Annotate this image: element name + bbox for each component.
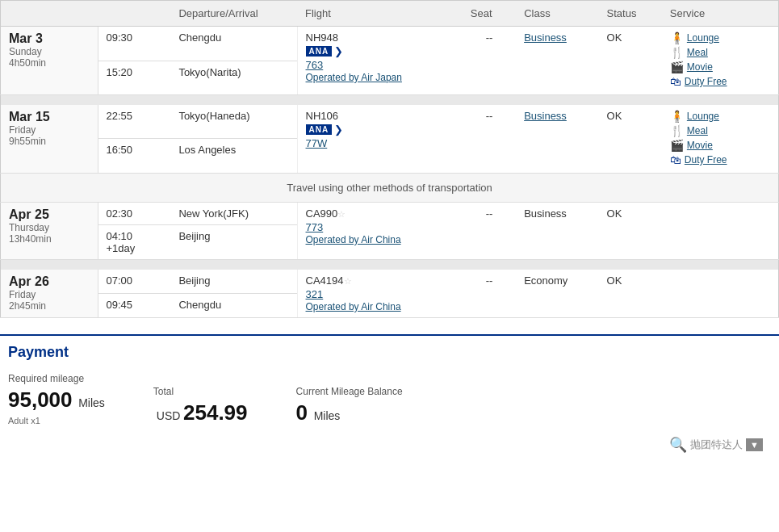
flight-number-top: NH106 [306,110,454,122]
arrival-city: Beijing [170,225,297,260]
arrival-time: 16:50 [98,139,170,174]
flight-info: CA990☆773Operated by Air China [297,203,463,260]
col-departure-arrival: Departure/Arrival [170,1,297,27]
status-info: OK [599,203,662,260]
service-icon-duty-free: 🛍 [670,75,681,88]
col-time [98,1,170,27]
watermark-text: 抛团特达人 [690,438,743,452]
seat-info: -- [463,270,516,318]
status-info: OK [599,27,662,95]
payment-title: Payment [8,344,779,361]
dropdown-arrow[interactable]: ▼ [746,438,763,451]
operated-by-link[interactable]: Operated by Air China [306,234,401,245]
watermark: 🔍 抛团特达人 ▼ [669,436,763,454]
date-duration: 13h40min [9,233,90,245]
date-main: Mar 3 [9,31,90,46]
table-row: Apr 26 Friday 2h45min 07:00BeijingCA4194… [1,270,779,293]
table-row: Apr 25 Thursday 13h40min 02:30New York(J… [1,203,779,225]
operated-by-link[interactable]: Operated by Air China [306,301,401,312]
class-info: Business [516,105,598,174]
operated-by-link[interactable]: Operated by Air Japan [306,72,402,83]
payment-row: Required mileage 95,000 Miles Adult x1 T… [8,373,779,425]
payment-wrapper: Payment Required mileage 95,000 Miles Ad… [0,334,779,458]
date-day: Thursday [9,222,90,233]
flight-number-top: CA4194☆ [306,274,454,287]
class-link[interactable]: Business [524,110,567,122]
date-day: Friday [9,124,90,136]
flight-info: CA4194☆321Operated by Air China [297,270,463,318]
table-row: Mar 15 Friday 9h55min 22:55Tokyo(Haneda)… [1,105,779,139]
date-main: Apr 26 [9,274,90,289]
service-link-meal[interactable]: Meal [687,47,708,58]
service-item: 🧍 Lounge [670,31,770,44]
airline-logo-block: ANA ❯ [306,45,454,57]
arrival-city: Los Angeles [170,139,297,174]
flight-number-link[interactable]: 77W [306,137,328,149]
total-item: Total USD 254.99 [153,386,248,425]
departure-time: 09:30 [98,27,170,61]
service-link-movie[interactable]: Movie [687,140,713,151]
flight-number-link[interactable]: 763 [306,59,324,71]
class-link[interactable]: Business [524,31,567,44]
balance-value: 0 [296,400,308,425]
col-status: Status [599,1,662,27]
service-link-meal[interactable]: Meal [687,125,708,136]
date-duration: 4h50min [9,57,90,69]
airline-logo-block: ANA ❯ [306,124,454,136]
flight-number-link[interactable]: 773 [306,221,324,233]
departure-city: Beijing [170,270,297,293]
departure-city: Tokyo(Haneda) [170,105,297,139]
watermark-icon: 🔍 [669,436,687,454]
total-label: Total [153,386,248,397]
mileage-item: Required mileage 95,000 Miles Adult x1 [8,373,105,425]
flight-number-top: NH948 [306,31,454,44]
service-item: 🍴 Meal [670,124,770,137]
arrival-time: 04:10 +1day [98,225,170,260]
date-cell: Mar 3 Sunday 4h50min [1,27,98,95]
ana-logo: ANA [306,124,333,135]
flight-number-top: CA990☆ [306,207,454,220]
service-item: 🛍 Duty Free [670,75,770,88]
flight-number-link[interactable]: 321 [306,288,324,300]
balance-label: Current Mileage Balance [296,386,403,397]
status-info: OK [599,270,662,318]
arrival-time: 09:45 [98,293,170,317]
service-link-duty-free[interactable]: Duty Free [685,76,727,87]
service-link-lounge[interactable]: Lounge [687,32,719,44]
status-info: OK [599,105,662,174]
service-item: 🍴 Meal [670,46,770,59]
departure-time: 22:55 [98,105,170,139]
seat-info: -- [463,27,516,95]
service-info [662,203,779,260]
service-link-movie[interactable]: Movie [687,61,713,73]
service-item: 🧍 Lounge [670,110,770,123]
table-row: Mar 3 Sunday 4h50min 09:30ChengduNH948 A… [1,27,779,61]
payment-section: Payment Required mileage 95,000 Miles Ad… [0,334,779,425]
service-icon-duty-free: 🛍 [670,153,681,166]
date-day: Sunday [9,46,90,57]
date-cell: Apr 26 Friday 2h45min [1,270,98,318]
service-info: 🧍 Lounge 🍴 Meal 🎬 Movie 🛍 Duty Free [662,27,779,95]
service-link-duty-free[interactable]: Duty Free [685,154,727,165]
col-seat: Seat [463,1,516,27]
balance-value-row: 0 Miles [296,400,403,425]
col-date [1,1,98,27]
seat-info: -- [463,203,516,260]
ana-wing: ❯ [334,45,343,57]
seat-info: -- [463,105,516,174]
departure-time: 02:30 [98,203,170,225]
flight-info: NH106 ANA ❯ 77W [297,105,463,174]
date-duration: 2h45min [9,300,90,312]
flight-table: Departure/Arrival Flight Seat Class Stat… [0,0,779,318]
date-cell: Mar 15 Friday 9h55min [1,105,98,174]
service-link-lounge[interactable]: Lounge [687,111,719,122]
balance-item: Current Mileage Balance 0 Miles [296,386,403,425]
adult-note: Adult x1 [8,416,105,425]
date-duration: 9h55min [9,136,90,147]
arrival-city: Chengdu [170,293,297,317]
service-icon-meal: 🍴 [670,46,684,59]
arrival-time: 15:20 [98,61,170,95]
col-service: Service [662,1,779,27]
total-value-row: USD 254.99 [153,400,248,425]
service-info: 🧍 Lounge 🍴 Meal 🎬 Movie 🛍 Duty Free [662,105,779,174]
